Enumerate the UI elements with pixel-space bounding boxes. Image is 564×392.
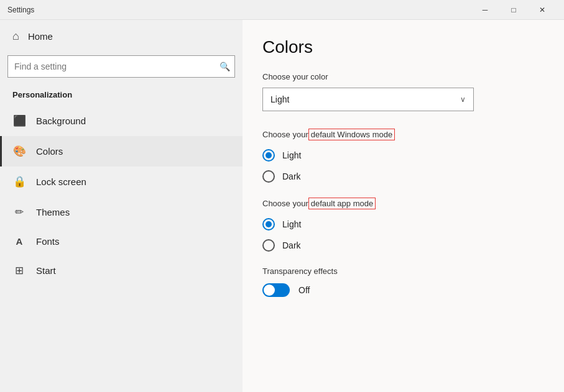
background-icon: ⬛ bbox=[12, 114, 26, 127]
colors-label: Colors bbox=[36, 146, 63, 157]
transparency-toggle-row: Off bbox=[262, 283, 544, 297]
search-box: 🔍 bbox=[7, 55, 235, 78]
lockscreen-label: Lock screen bbox=[36, 176, 86, 187]
start-icon: ⊞ bbox=[12, 264, 26, 277]
app-mode-dark-option[interactable]: Dark bbox=[262, 239, 544, 252]
windows-mode-section: Choose your default Windows mode Light D… bbox=[262, 129, 544, 183]
windows-mode-light-label: Light bbox=[282, 150, 301, 160]
app-mode-light-label: Light bbox=[282, 219, 301, 229]
windows-mode-prefix: Choose your bbox=[262, 130, 308, 139]
dropdown-value: Light bbox=[270, 94, 289, 104]
sidebar-item-lockscreen[interactable]: 🔒 Lock screen bbox=[0, 166, 243, 197]
lockscreen-icon: 🔒 bbox=[12, 175, 26, 188]
color-dropdown[interactable]: Light ∨ bbox=[262, 88, 474, 111]
maximize-button[interactable]: □ bbox=[499, 0, 528, 20]
fonts-icon: A bbox=[12, 236, 26, 247]
content-area: Colors Choose your color Light ∨ Choose … bbox=[243, 20, 564, 392]
windows-mode-light-option[interactable]: Light bbox=[262, 149, 544, 162]
fonts-label: Fonts bbox=[36, 236, 60, 247]
windows-mode-dark-option[interactable]: Dark bbox=[262, 170, 544, 183]
sidebar-item-start[interactable]: ⊞ Start bbox=[0, 255, 243, 286]
app-mode-prefix: Choose your bbox=[262, 199, 308, 208]
sidebar-item-fonts[interactable]: A Fonts bbox=[0, 227, 243, 255]
title-bar: Settings ─ □ ✕ bbox=[0, 0, 564, 20]
app-mode-highlight: default app mode bbox=[308, 198, 376, 209]
app-mode-light-option[interactable]: Light bbox=[262, 218, 544, 230]
windows-mode-highlight: default Windows mode bbox=[308, 129, 395, 140]
windows-mode-light-radio[interactable] bbox=[262, 149, 275, 162]
transparency-section: Transparency effects Off bbox=[262, 267, 544, 297]
home-icon: ⌂ bbox=[12, 30, 19, 43]
sidebar-home-button[interactable]: ⌂ Home bbox=[0, 20, 243, 53]
app-mode-dark-label: Dark bbox=[282, 240, 301, 250]
close-button[interactable]: ✕ bbox=[528, 0, 557, 20]
themes-icon: ✏ bbox=[12, 206, 26, 219]
app-mode-heading: Choose your default app mode bbox=[262, 198, 544, 209]
toggle-knob bbox=[264, 285, 275, 296]
search-input[interactable] bbox=[7, 55, 235, 78]
sidebar-item-background[interactable]: ⬛ Background bbox=[0, 106, 243, 136]
home-label: Home bbox=[28, 31, 53, 42]
transparency-toggle[interactable] bbox=[262, 283, 290, 297]
main-layout: ⌂ Home 🔍 Personalization ⬛ Background 🎨 … bbox=[0, 20, 564, 392]
app-mode-dark-radio[interactable] bbox=[262, 239, 275, 252]
windows-mode-dark-radio[interactable] bbox=[262, 170, 275, 183]
page-title: Colors bbox=[262, 37, 544, 57]
windows-mode-heading: Choose your default Windows mode bbox=[262, 129, 544, 140]
color-section-label: Choose your color bbox=[262, 72, 544, 81]
colors-icon: 🎨 bbox=[12, 145, 26, 158]
background-label: Background bbox=[36, 116, 86, 126]
minimize-button[interactable]: ─ bbox=[471, 0, 499, 20]
windows-mode-dark-label: Dark bbox=[282, 171, 301, 181]
sidebar: ⌂ Home 🔍 Personalization ⬛ Background 🎨 … bbox=[0, 20, 243, 392]
chevron-down-icon: ∨ bbox=[460, 95, 466, 104]
sidebar-item-themes[interactable]: ✏ Themes bbox=[0, 197, 243, 227]
start-label: Start bbox=[36, 265, 56, 276]
app-mode-section: Choose your default app mode Light Dark bbox=[262, 198, 544, 252]
sidebar-item-colors[interactable]: 🎨 Colors bbox=[0, 136, 243, 166]
search-icon: 🔍 bbox=[220, 62, 230, 71]
section-label: Personalization bbox=[0, 85, 243, 106]
window-title: Settings bbox=[7, 6, 34, 14]
transparency-label: Transparency effects bbox=[262, 267, 544, 276]
themes-label: Themes bbox=[36, 207, 70, 217]
app-mode-light-radio[interactable] bbox=[262, 218, 275, 230]
window-controls: ─ □ ✕ bbox=[471, 0, 557, 20]
transparency-off-label: Off bbox=[298, 285, 310, 295]
